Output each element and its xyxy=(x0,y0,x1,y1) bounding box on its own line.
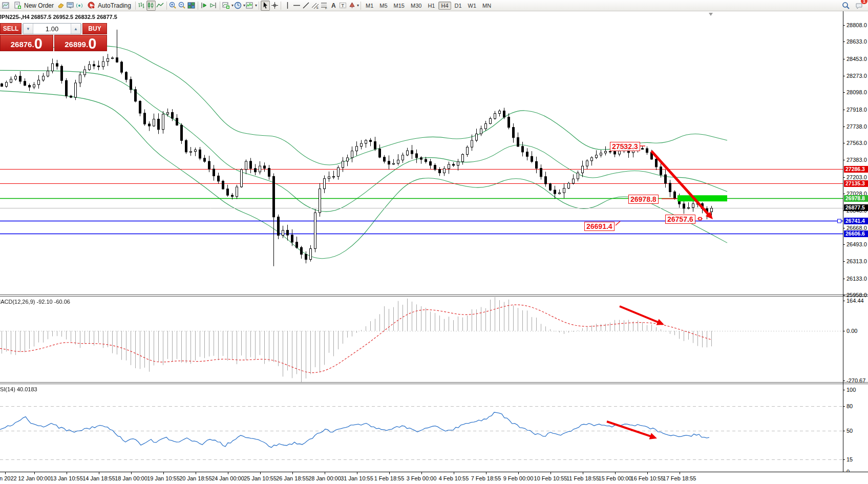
chart-shift-icon[interactable] xyxy=(209,1,218,11)
time-axis[interactable]: Jan 202212 Jan 00:0013 Jan 10:5514 Jan 1… xyxy=(0,472,868,484)
time-axis-tick xyxy=(680,472,680,474)
axis-tick xyxy=(843,41,845,42)
arrows-dropdown[interactable]: ▾ xyxy=(357,3,359,8)
time-axis-label: 7 Feb 18:55 xyxy=(471,475,501,481)
axis-tick-label: 26313.0 xyxy=(846,258,867,264)
trendline-tool-icon[interactable] xyxy=(301,1,310,11)
timeframe-M15[interactable]: M15 xyxy=(391,2,407,10)
timeframe-group: M1M5M15M30H1H4D1W1MN xyxy=(363,2,494,10)
buy-button[interactable]: BUY xyxy=(82,23,107,34)
price-badge: 26741.4 xyxy=(844,218,868,224)
toolbar-separator xyxy=(135,2,136,10)
volume-decrease-button[interactable]: ▼ xyxy=(23,24,33,34)
toolbar-separator xyxy=(259,2,259,10)
candlestick-type-icon[interactable] xyxy=(146,1,156,11)
time-axis-tick xyxy=(292,472,293,474)
time-axis-tick xyxy=(421,472,422,474)
axis-tick-label: 28808.0 xyxy=(846,22,867,28)
axis-tick xyxy=(843,406,845,407)
indicators-icon[interactable] xyxy=(245,1,255,11)
time-axis-label: 13 Jan 10:55 xyxy=(50,475,83,481)
market-watch-icon[interactable] xyxy=(56,1,66,11)
svg-text:T: T xyxy=(341,3,344,8)
zoom-in-icon[interactable] xyxy=(168,1,178,11)
crosshair-tool-icon[interactable] xyxy=(270,1,279,11)
axis-tick-label: 27918.0 xyxy=(846,107,867,113)
indicators-dropdown[interactable]: ▾ xyxy=(255,3,257,8)
axis-tick xyxy=(843,76,845,76)
text-tool-icon[interactable]: A xyxy=(329,1,338,11)
equidistant-channel-tool-icon[interactable]: E xyxy=(310,1,320,11)
time-axis-tick xyxy=(647,472,648,474)
bar-chart-type-icon[interactable] xyxy=(137,1,146,11)
timeframe-D1[interactable]: D1 xyxy=(452,2,464,10)
price-annotation-label[interactable]: 26978.8 xyxy=(628,195,659,204)
price-badge: 27286.3 xyxy=(844,166,868,173)
auto-scroll-icon[interactable] xyxy=(200,1,209,11)
time-axis-tick xyxy=(454,472,454,474)
timeframe-M5[interactable]: M5 xyxy=(377,2,390,10)
time-axis-tick xyxy=(196,472,196,474)
rsi-indicator-panel[interactable] xyxy=(0,384,843,471)
axis-tick xyxy=(843,381,845,381)
toolbar-separator xyxy=(281,2,281,10)
trading-terminal-window: New Order AutoTrading xyxy=(0,0,868,484)
time-axis-tick xyxy=(357,472,357,474)
price-annotation-label[interactable]: 26757.6 xyxy=(665,215,695,224)
timeframe-M30[interactable]: M30 xyxy=(408,2,424,10)
svg-text:F: F xyxy=(325,7,327,9)
time-axis-label: 31 Jan 10:55 xyxy=(341,475,373,481)
sell-button[interactable]: SELL xyxy=(0,23,22,34)
time-axis-label: 12 Jan 00:00 xyxy=(18,475,51,481)
time-axis-label: Jan 2022 xyxy=(0,475,17,481)
time-axis-label: 15 Feb 00:00 xyxy=(599,475,632,481)
axis-tick xyxy=(843,301,845,301)
tile-windows-icon[interactable] xyxy=(187,1,196,11)
cursor-tool-icon[interactable] xyxy=(261,1,270,11)
text-label-tool-icon[interactable]: T xyxy=(338,1,347,11)
price-annotation-label[interactable]: 26691.4 xyxy=(584,222,615,231)
signals-icon[interactable] xyxy=(75,1,84,11)
new-order-button[interactable]: New Order xyxy=(10,1,56,11)
fibonacci-tool-icon[interactable]: F xyxy=(320,1,329,11)
horizontal-line-tool-icon[interactable] xyxy=(292,1,301,11)
timeframe-H1[interactable]: H1 xyxy=(425,2,437,10)
axis-tick xyxy=(843,194,845,194)
volume-stepper: ▼ 1.00 ▲ xyxy=(23,23,81,34)
time-axis-label: 24 Jan 00:00 xyxy=(211,475,244,481)
search-icon[interactable] xyxy=(841,1,851,11)
timeframe-MN[interactable]: MN xyxy=(480,2,494,10)
line-chart-type-icon[interactable] xyxy=(156,1,165,11)
timeframe-H4[interactable]: H4 xyxy=(438,2,451,10)
notifications-icon[interactable]: 1 xyxy=(855,1,864,11)
axis-tick-label: 27383.0 xyxy=(846,157,867,163)
sell-price-display[interactable]: 26876.0 xyxy=(0,35,53,51)
price-annotation-label[interactable]: 27532.3 xyxy=(610,142,640,151)
rsi-label: RSI(14) 40.0183 xyxy=(0,386,37,392)
axis-tick xyxy=(843,177,845,178)
toolbar-right-icons: 1 xyxy=(841,1,867,11)
time-axis-tick xyxy=(615,472,616,474)
axis-tick xyxy=(843,143,845,143)
volume-increase-button[interactable]: ▲ xyxy=(71,24,81,34)
sell-price: 26876. xyxy=(11,39,34,50)
timeframe-W1[interactable]: W1 xyxy=(465,2,479,10)
data-window-icon[interactable] xyxy=(66,1,75,11)
timeframe-M1[interactable]: M1 xyxy=(363,2,376,10)
periods-clock-icon[interactable] xyxy=(234,1,243,11)
buy-price-display[interactable]: 26899.0 xyxy=(54,35,108,51)
macd-indicator-panel[interactable] xyxy=(0,297,843,382)
arrows-tool-icon[interactable] xyxy=(347,1,356,11)
time-axis-tick xyxy=(228,472,228,474)
axis-tick xyxy=(843,25,845,26)
autotrading-label: AutoTrading xyxy=(98,2,131,9)
vertical-line-tool-icon[interactable] xyxy=(283,1,292,11)
new-chart-icon[interactable] xyxy=(222,1,231,11)
time-axis-tick xyxy=(34,472,35,474)
autotrading-button[interactable]: AutoTrading xyxy=(84,1,134,11)
chart-window-icon[interactable] xyxy=(1,1,10,11)
zoom-out-icon[interactable] xyxy=(178,1,187,11)
new-order-label: New Order xyxy=(24,2,54,9)
main-price-chart[interactable] xyxy=(0,11,843,294)
volume-value[interactable]: 1.00 xyxy=(33,24,71,34)
